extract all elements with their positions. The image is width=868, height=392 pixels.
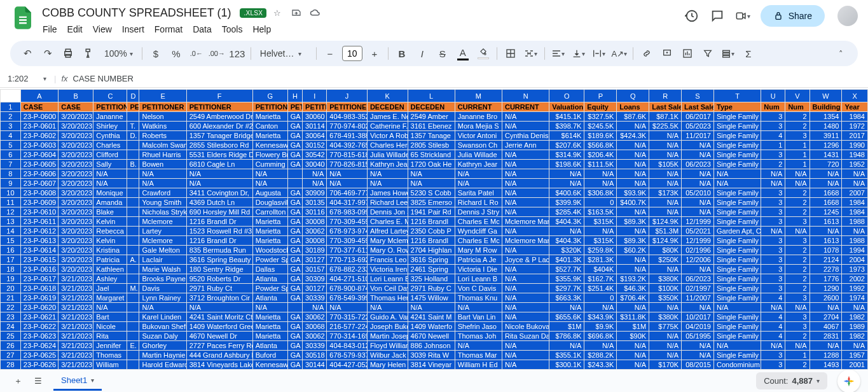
- cell[interactable]: 404-983-352: [327, 112, 368, 122]
- cell[interactable]: [127, 141, 139, 150]
- cell[interactable]: N/A: [682, 341, 714, 351]
- cell[interactable]: 2: [785, 198, 809, 207]
- cell[interactable]: 23-P-0605: [20, 160, 58, 169]
- cell[interactable]: N/A: [367, 169, 408, 179]
- cell[interactable]: GA: [287, 207, 302, 217]
- cell[interactable]: Single Family Re: [713, 141, 761, 150]
- row-header[interactable]: 20: [1, 284, 21, 293]
- cell[interactable]: N/A: [842, 303, 868, 312]
- header-cell[interactable]: PET: [127, 102, 139, 112]
- cell[interactable]: Mora Mejia S: [455, 122, 502, 131]
- cell[interactable]: Cynthia Denise: [502, 131, 549, 141]
- cell[interactable]: [127, 265, 139, 274]
- cell[interactable]: Single Family Re: [713, 255, 761, 265]
- menu-edit[interactable]: Edit: [63, 22, 87, 37]
- cell[interactable]: 3/20/2023: [59, 217, 93, 227]
- cell[interactable]: Buford: [252, 351, 287, 360]
- cell[interactable]: 2: [785, 122, 809, 131]
- header-cell[interactable]: DECEDEN: [367, 102, 408, 112]
- cell[interactable]: 11/2017: [682, 131, 714, 141]
- cell[interactable]: 770-315-722: [327, 312, 368, 322]
- cell[interactable]: 886 Johnson: [408, 341, 455, 351]
- cell[interactable]: Thomas Her: [367, 293, 408, 303]
- cell[interactable]: 30127: [303, 284, 327, 293]
- valign-button[interactable]: ▾: [569, 44, 588, 63]
- cell[interactable]: N/A: [649, 150, 682, 160]
- row-header[interactable]: 26: [1, 341, 21, 351]
- cell[interactable]: 1245: [809, 207, 842, 217]
- cell[interactable]: 1992: [842, 284, 868, 293]
- cell[interactable]: Amanda: [93, 198, 127, 207]
- cell[interactable]: 1984: [842, 198, 868, 207]
- cell[interactable]: 30068: [303, 322, 327, 332]
- document-title[interactable]: COBB COUNTY SPREADSHEET (1): [38, 5, 235, 21]
- cell[interactable]: $100K: [649, 284, 682, 293]
- cell[interactable]: 3: [761, 236, 785, 246]
- cell[interactable]: 30135: [303, 198, 327, 207]
- cell[interactable]: $93.9K: [617, 188, 649, 198]
- cell[interactable]: N/A: [93, 303, 127, 312]
- cell[interactable]: 30339: [303, 293, 327, 303]
- cell[interactable]: GA: [287, 284, 302, 293]
- wrap-button[interactable]: ▾: [589, 44, 609, 63]
- cell[interactable]: 2: [785, 255, 809, 265]
- cell[interactable]: 3/20/2023: [59, 265, 93, 274]
- cell[interactable]: [127, 188, 139, 198]
- cell[interactable]: 3/20/2023: [59, 198, 93, 207]
- cell[interactable]: Kennesaw: [252, 360, 287, 370]
- cell[interactable]: N/A: [809, 341, 842, 351]
- cell[interactable]: N/A: [303, 179, 327, 188]
- cell[interactable]: $401.3K: [549, 255, 584, 265]
- cell[interactable]: [127, 227, 139, 236]
- cell[interactable]: 678-882-233: [327, 265, 368, 274]
- cell[interactable]: [127, 169, 139, 179]
- cell[interactable]: 770-826-815: [327, 160, 368, 169]
- cell[interactable]: 404-271-510: [327, 274, 368, 284]
- cell[interactable]: N/A: [617, 169, 649, 179]
- cell[interactable]: N/A: [252, 169, 287, 179]
- cell[interactable]: N/A: [713, 179, 761, 188]
- header-cell[interactable]: CURRENT: [502, 102, 549, 112]
- cell[interactable]: Catherine F.: [367, 122, 408, 131]
- cell[interactable]: N/A: [617, 207, 649, 217]
- row-header[interactable]: 7: [1, 160, 21, 169]
- cell[interactable]: Single Family Re: [713, 246, 761, 255]
- cell[interactable]: Von C Davis: [455, 284, 502, 293]
- move-icon[interactable]: [291, 7, 302, 18]
- cell[interactable]: 1613: [809, 236, 842, 246]
- cell[interactable]: $193.2K: [617, 274, 649, 284]
- cell[interactable]: 4670 Newell Dr: [186, 332, 252, 341]
- col-header[interactable]: I: [303, 90, 327, 102]
- cell[interactable]: 690 Horsley Mill Rd: [186, 207, 252, 217]
- cell[interactable]: 706-469-777: [327, 188, 368, 198]
- cell[interactable]: William H Ed: [455, 360, 502, 370]
- cell[interactable]: $527.7K: [549, 265, 584, 274]
- bold-button[interactable]: B: [392, 44, 411, 63]
- cell[interactable]: N/A: [682, 351, 714, 360]
- cell[interactable]: 2549 Amber: [408, 112, 455, 122]
- cell[interactable]: N/A: [682, 179, 714, 188]
- cell[interactable]: $775K: [649, 322, 682, 332]
- cell[interactable]: N/A: [549, 227, 584, 236]
- cell[interactable]: $46.3K: [617, 284, 649, 293]
- cell[interactable]: Young Smith: [139, 198, 186, 207]
- header-cell[interactable]: DECEDEN: [408, 102, 455, 112]
- cell[interactable]: $281.3K: [584, 255, 617, 265]
- cell[interactable]: 1984: [842, 112, 868, 122]
- cell[interactable]: 1: [785, 150, 809, 160]
- cell[interactable]: 3: [785, 322, 809, 332]
- cell[interactable]: N/A: [761, 341, 785, 351]
- cell[interactable]: 3: [761, 188, 785, 198]
- cell[interactable]: 1216 Brandl Dr: [186, 217, 252, 227]
- cell[interactable]: N/A: [584, 303, 617, 312]
- cell[interactable]: 2971 Ruby C: [408, 284, 455, 293]
- cell[interactable]: N/A: [502, 227, 549, 236]
- cell[interactable]: Floyd William: [367, 341, 408, 351]
- cell[interactable]: 3616 Spring Beauty C: [186, 255, 252, 265]
- cell[interactable]: 2: [785, 332, 809, 341]
- cell[interactable]: 1952: [842, 160, 868, 169]
- cell[interactable]: T.: [127, 122, 139, 131]
- cell[interactable]: 23-P-0609: [20, 198, 58, 207]
- cell[interactable]: Single Family Re: [713, 188, 761, 198]
- cloud-icon[interactable]: [310, 7, 321, 18]
